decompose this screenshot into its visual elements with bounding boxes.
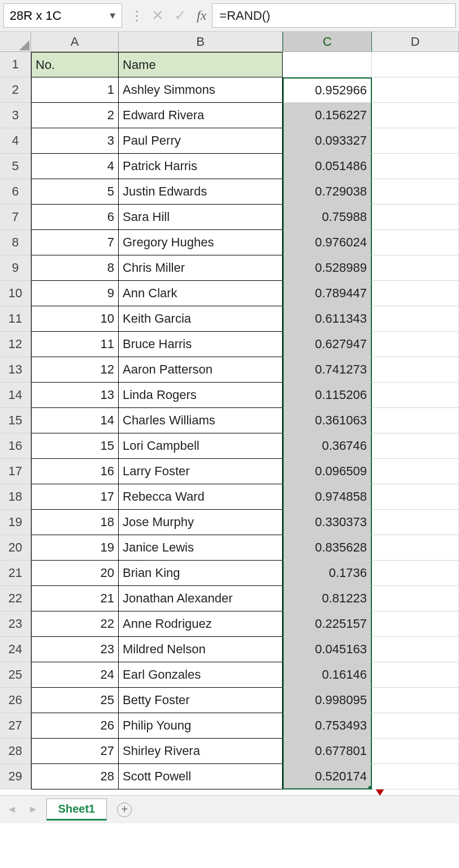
cell[interactable]: Earl Gonzales	[119, 662, 283, 688]
cell[interactable]: 0.75988	[283, 205, 372, 230]
row-header[interactable]: 2	[0, 77, 31, 103]
cell[interactable]	[372, 688, 459, 713]
cell[interactable]: Aaron Patterson	[119, 357, 283, 383]
row-header[interactable]: 8	[0, 230, 31, 255]
cell[interactable]: 0.16146	[283, 662, 372, 688]
row-header[interactable]: 13	[0, 357, 31, 383]
cell[interactable]	[372, 357, 459, 383]
cell[interactable]	[372, 662, 459, 688]
cell[interactable]: 14	[31, 408, 119, 433]
cell[interactable]	[372, 637, 459, 662]
cell[interactable]: 15	[31, 433, 119, 459]
cell[interactable]: Anne Rodriguez	[119, 611, 283, 637]
cell[interactable]: Keith Garcia	[119, 306, 283, 332]
cell[interactable]	[372, 255, 459, 281]
row-header[interactable]: 7	[0, 205, 31, 230]
cell[interactable]	[372, 52, 459, 77]
cell[interactable]: 27	[31, 739, 119, 764]
cell[interactable]: 19	[31, 535, 119, 561]
row-header[interactable]: 26	[0, 688, 31, 713]
cell[interactable]: Janice Lewis	[119, 535, 283, 561]
cell[interactable]: Paul Perry	[119, 128, 283, 154]
cell[interactable]: 26	[31, 713, 119, 739]
row-header[interactable]: 10	[0, 281, 31, 306]
row-header[interactable]: 9	[0, 255, 31, 281]
cell[interactable]: 8	[31, 255, 119, 281]
cell[interactable]: Brian King	[119, 561, 283, 586]
row-header[interactable]: 27	[0, 713, 31, 739]
cell[interactable]: 17	[31, 484, 119, 510]
cell[interactable]	[372, 408, 459, 433]
row-header[interactable]: 23	[0, 611, 31, 637]
cell[interactable]: 18	[31, 510, 119, 535]
cell[interactable]: 21	[31, 586, 119, 611]
row-header[interactable]: 22	[0, 586, 31, 611]
cell[interactable]: 3	[31, 128, 119, 154]
cell[interactable]: 20	[31, 561, 119, 586]
row-header[interactable]: 21	[0, 561, 31, 586]
row-header[interactable]: 3	[0, 103, 31, 128]
cell[interactable]	[372, 611, 459, 637]
cell[interactable]: 1	[31, 77, 119, 103]
cell[interactable]: 6	[31, 205, 119, 230]
cell[interactable]: Justin Edwards	[119, 179, 283, 205]
cancel-icon[interactable]: ✕	[151, 7, 164, 24]
cell[interactable]: Larry Foster	[119, 459, 283, 484]
cell[interactable]: 28	[31, 764, 119, 789]
cell[interactable]: 0.115206	[283, 383, 372, 408]
cell[interactable]: 7	[31, 230, 119, 255]
cell[interactable]: Betty Foster	[119, 688, 283, 713]
row-header[interactable]: 29	[0, 764, 31, 789]
cell[interactable]: 0.753493	[283, 713, 372, 739]
column-header-b[interactable]: B	[119, 32, 283, 51]
cell[interactable]: 0.627947	[283, 332, 372, 357]
cell[interactable]: Jonathan Alexander	[119, 586, 283, 611]
cell[interactable]: No.	[31, 52, 119, 77]
name-box-input[interactable]	[8, 8, 93, 24]
cell[interactable]: Jose Murphy	[119, 510, 283, 535]
cell[interactable]: Gregory Hughes	[119, 230, 283, 255]
cell[interactable]	[372, 459, 459, 484]
cell[interactable]	[372, 383, 459, 408]
cell[interactable]: Edward Rivera	[119, 103, 283, 128]
cell[interactable]: Bruce Harris	[119, 332, 283, 357]
cell[interactable]: Rebecca Ward	[119, 484, 283, 510]
cell[interactable]	[372, 713, 459, 739]
row-header[interactable]: 14	[0, 383, 31, 408]
cell[interactable]	[372, 535, 459, 561]
cell[interactable]: 0.36746	[283, 433, 372, 459]
cell[interactable]: Linda Rogers	[119, 383, 283, 408]
row-header[interactable]: 28	[0, 739, 31, 764]
cell[interactable]: Ann Clark	[119, 281, 283, 306]
cell[interactable]: 0.729038	[283, 179, 372, 205]
row-header[interactable]: 18	[0, 484, 31, 510]
row-header[interactable]: 20	[0, 535, 31, 561]
expand-handle-icon[interactable]: ⋮	[128, 3, 146, 28]
cell[interactable]: 0.520174	[283, 764, 372, 789]
chevron-down-icon[interactable]: ▼	[108, 11, 117, 21]
cell[interactable]	[372, 332, 459, 357]
cell[interactable]: 5	[31, 179, 119, 205]
cell[interactable]: Scott Powell	[119, 764, 283, 789]
cell[interactable]: 0.156227	[283, 103, 372, 128]
row-header[interactable]: 6	[0, 179, 31, 205]
confirm-icon[interactable]: ✓	[174, 7, 187, 24]
row-header[interactable]: 1	[0, 52, 31, 77]
row-header[interactable]: 11	[0, 306, 31, 332]
fx-icon[interactable]: fx	[197, 8, 206, 23]
row-header[interactable]: 4	[0, 128, 31, 154]
cell[interactable]	[372, 179, 459, 205]
cell[interactable]: 25	[31, 688, 119, 713]
cell[interactable]: Patrick Harris	[119, 154, 283, 179]
column-header-c[interactable]: C	[283, 32, 372, 51]
cell[interactable]	[372, 484, 459, 510]
cell[interactable]: 0.225157	[283, 611, 372, 637]
cell[interactable]	[372, 739, 459, 764]
cell[interactable]: 0.741273	[283, 357, 372, 383]
cell[interactable]: 0.330373	[283, 510, 372, 535]
cell[interactable]: Lori Campbell	[119, 433, 283, 459]
cell[interactable]: Ashley Simmons	[119, 77, 283, 103]
cell[interactable]: 24	[31, 662, 119, 688]
cell[interactable]	[372, 586, 459, 611]
row-header[interactable]: 5	[0, 154, 31, 179]
